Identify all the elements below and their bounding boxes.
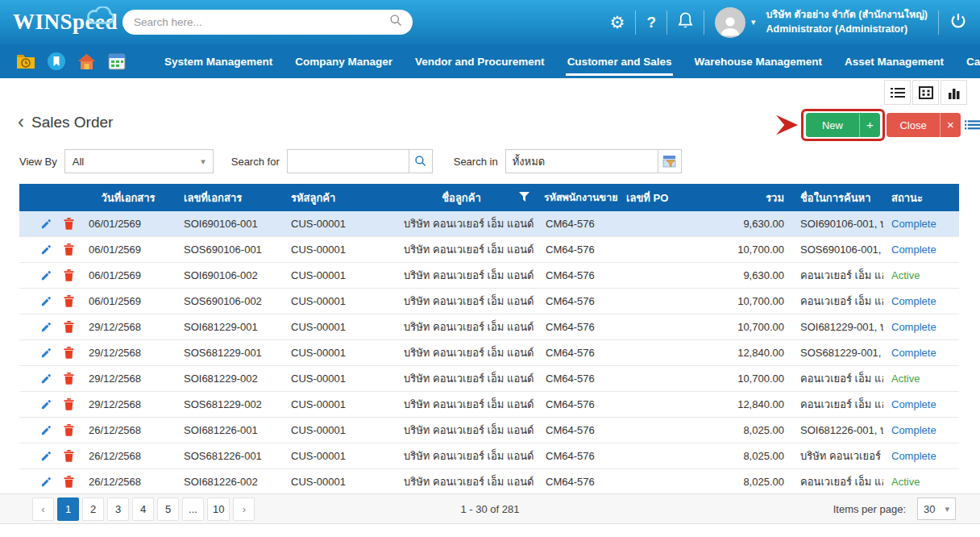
cell-status[interactable]: Active xyxy=(883,373,959,385)
cell-status[interactable]: Complete xyxy=(883,398,959,410)
filter-funnel-icon[interactable] xyxy=(519,192,529,204)
settings-gear-icon[interactable]: ⚙ xyxy=(610,14,625,31)
page-ellipsis[interactable]: ... xyxy=(182,497,204,521)
delete-trash-icon[interactable] xyxy=(64,295,74,307)
header-doc-no[interactable]: เลขที่เอกสาร xyxy=(176,189,283,206)
table-row[interactable]: 06/01/2569SOI690106-001CUS-00001บริษัท ค… xyxy=(19,211,959,237)
new-plus-icon[interactable]: + xyxy=(859,113,880,137)
page-1[interactable]: 1 xyxy=(57,497,79,521)
list-view-icon[interactable] xyxy=(884,80,911,105)
table-row[interactable]: 06/01/2569SOS690106-002CUS-00001บริษัท ค… xyxy=(19,289,959,314)
table-row[interactable]: 29/12/2568SOS681229-002CUS-00001บริษัท ค… xyxy=(19,392,959,418)
edit-pencil-icon[interactable] xyxy=(40,450,52,462)
nav-item-cash-management[interactable]: Cash Management xyxy=(955,44,980,78)
search-in-filter-button[interactable] xyxy=(658,149,682,173)
table-row[interactable]: 29/12/2568SOI681229-002CUS-00001บริษัท ค… xyxy=(19,366,959,392)
nav-item-system-management[interactable]: System Management xyxy=(153,44,284,78)
cell-status[interactable]: Complete xyxy=(883,295,959,307)
delete-trash-icon[interactable] xyxy=(64,398,74,410)
header-doc-date[interactable]: วันที่เอกสาร xyxy=(81,189,176,206)
delete-trash-icon[interactable] xyxy=(64,218,74,230)
edit-pencil-icon[interactable] xyxy=(40,295,52,307)
view-by-select[interactable]: All ▾ xyxy=(64,149,214,173)
close-button[interactable]: Close × xyxy=(887,113,961,137)
header-salesperson[interactable]: รหัสพนักงานขาย xyxy=(538,189,618,206)
chart-view-icon[interactable] xyxy=(941,80,967,105)
header-total[interactable]: รวม xyxy=(691,189,792,206)
page-3[interactable]: 3 xyxy=(107,497,129,521)
edit-pencil-icon[interactable] xyxy=(40,476,52,488)
page-next[interactable]: › xyxy=(233,497,255,521)
edit-pencil-icon[interactable] xyxy=(40,373,52,385)
header-customer-code[interactable]: รหัสลูกค้า xyxy=(283,189,396,206)
help-icon[interactable]: ? xyxy=(646,14,656,31)
delete-trash-icon[interactable] xyxy=(64,269,74,281)
cell-status[interactable]: Active xyxy=(883,476,959,488)
header-search-name[interactable]: ชื่อในการค้นหา xyxy=(792,189,883,206)
search-icon[interactable] xyxy=(389,14,403,31)
nav-item-vendor-and-procurement[interactable]: Vendor and Procurement xyxy=(404,44,556,78)
table-row[interactable]: 26/12/2568SOI681226-001CUS-00001บริษัท ค… xyxy=(19,418,959,443)
table-row[interactable]: 06/01/2569SOI690106-002CUS-00001บริษัท ค… xyxy=(19,263,959,289)
close-x-icon[interactable]: × xyxy=(940,113,961,137)
edit-pencil-icon[interactable] xyxy=(40,398,52,410)
nav-item-company-manager[interactable]: Company Manager xyxy=(284,44,404,78)
edit-pencil-icon[interactable] xyxy=(40,424,52,436)
edit-pencil-icon[interactable] xyxy=(40,347,52,359)
cell-status[interactable]: Complete xyxy=(883,347,959,359)
delete-trash-icon[interactable] xyxy=(64,373,74,385)
cell-status[interactable]: Complete xyxy=(883,218,959,230)
cell-status[interactable]: Complete xyxy=(883,244,959,256)
cell-status[interactable]: Active xyxy=(883,269,959,281)
chevron-down-icon[interactable]: ▾ xyxy=(751,17,756,27)
delete-trash-icon[interactable] xyxy=(64,450,74,462)
bookmark-icon[interactable] xyxy=(48,52,65,70)
cell-status[interactable]: Complete xyxy=(883,321,959,333)
nav-item-customer-and-sales[interactable]: Customer and Sales xyxy=(556,44,683,78)
user-avatar[interactable] xyxy=(715,7,745,38)
row-actions xyxy=(19,398,81,410)
search-in-input[interactable] xyxy=(505,149,658,173)
header-po-no[interactable]: เลขที่ PO xyxy=(618,189,691,206)
global-search-input[interactable] xyxy=(132,15,389,29)
page-prev[interactable]: ‹ xyxy=(32,497,54,521)
edit-pencil-icon[interactable] xyxy=(40,218,52,230)
nav-item-warehouse-management[interactable]: Warehouse Management xyxy=(683,44,833,78)
table-row[interactable]: 29/12/2568SOI681229-001CUS-00001บริษัท ค… xyxy=(19,314,959,340)
nav-item-asset-management[interactable]: Asset Management xyxy=(833,44,955,78)
recent-folder-icon[interactable] xyxy=(16,53,35,69)
header-customer-name[interactable]: ชื่อลูกค้า xyxy=(396,189,538,206)
search-for-input[interactable] xyxy=(287,149,409,173)
delete-trash-icon[interactable] xyxy=(64,476,74,488)
cell-status[interactable]: Complete xyxy=(883,450,959,462)
table-row[interactable]: 26/12/2568SOS681226-001CUS-00001บริษัท ค… xyxy=(19,443,959,469)
items-per-page-select[interactable]: 30 ▾ xyxy=(917,497,956,520)
table-row[interactable]: 29/12/2568SOS681229-001CUS-00001บริษัท ค… xyxy=(19,340,959,366)
edit-pencil-icon[interactable] xyxy=(40,321,52,333)
edit-pencil-icon[interactable] xyxy=(40,269,52,281)
cell-status[interactable]: Complete xyxy=(883,424,959,436)
back-chevron-icon[interactable]: ‹ xyxy=(18,112,24,131)
user-company-info[interactable]: บริษัท ตัวอย่าง จำกัด (สำนักงานใหญ่) Adm… xyxy=(766,8,928,36)
header-status[interactable]: สถานะ xyxy=(883,189,959,206)
table-row[interactable]: 26/12/2568SOI681226-002CUS-00001บริษัท ค… xyxy=(19,469,959,495)
page-4[interactable]: 4 xyxy=(132,497,154,521)
page-10[interactable]: 10 xyxy=(207,497,230,521)
page-2[interactable]: 2 xyxy=(82,497,104,521)
delete-trash-icon[interactable] xyxy=(64,424,74,436)
home-icon[interactable] xyxy=(77,53,96,70)
notification-bell-icon[interactable] xyxy=(678,12,693,32)
delete-trash-icon[interactable] xyxy=(64,321,74,333)
app-logo[interactable]: WINSpeed xyxy=(13,10,126,35)
grid-view-icon[interactable] xyxy=(912,80,939,105)
page-5[interactable]: 5 xyxy=(157,497,179,521)
logout-power-icon[interactable] xyxy=(949,12,967,33)
calendar-icon[interactable] xyxy=(108,52,126,70)
new-button[interactable]: New + xyxy=(806,113,880,137)
delete-trash-icon[interactable] xyxy=(64,347,74,359)
side-menu-icon[interactable] xyxy=(965,117,980,133)
table-row[interactable]: 06/01/2569SOS690106-001CUS-00001บริษัท ค… xyxy=(19,237,959,263)
edit-pencil-icon[interactable] xyxy=(40,244,52,256)
search-for-button[interactable] xyxy=(409,149,433,173)
delete-trash-icon[interactable] xyxy=(64,244,74,256)
